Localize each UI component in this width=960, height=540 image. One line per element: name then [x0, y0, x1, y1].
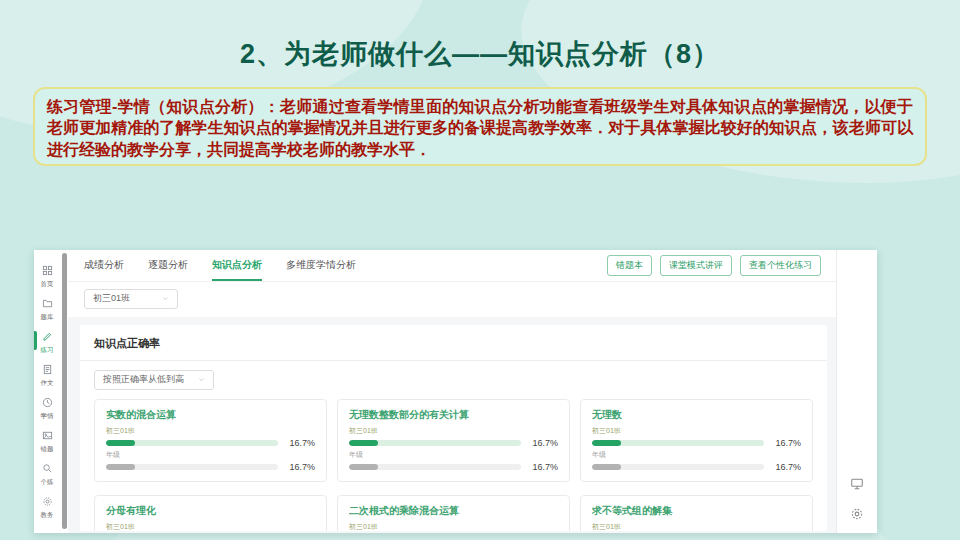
- clock-icon: [42, 394, 53, 412]
- sidebar-item-practice[interactable]: 练习: [34, 324, 60, 357]
- class-bar-label: 初三01班: [349, 522, 558, 531]
- sidebar-item-label: 首页: [41, 280, 54, 287]
- tab-multi-dimension-analysis[interactable]: 多维度学情分析: [286, 250, 356, 281]
- tab-per-question-analysis[interactable]: 逐题分析: [148, 250, 188, 281]
- class-progress-fill: [592, 440, 621, 446]
- class-bar-label: 初三01班: [592, 426, 801, 436]
- knowledge-point-title: 二次根式的乘除混合运算: [349, 504, 558, 518]
- gear-icon: [42, 493, 53, 511]
- sidebar-item-learning-status[interactable]: 学情: [34, 390, 60, 423]
- class-bar-label: 初三01班: [106, 426, 315, 436]
- class-select-value: 初三01班: [93, 292, 130, 305]
- class-percent: 16.7%: [771, 438, 801, 448]
- wrong-question-book-button[interactable]: 错题本: [607, 255, 652, 276]
- knowledge-card: 二次根式的乘除混合运算 初三01班 33.3% 年级 33.3%: [337, 495, 570, 531]
- slide-title: 2、为老师做什么——知识点分析（8）: [0, 36, 960, 72]
- chevron-down-icon: [198, 375, 205, 385]
- grade-bar-label: 年级: [349, 450, 558, 460]
- analysis-tabbar: 成绩分析 逐题分析 知识点分析 多维度学情分析 错题本 课堂模式讲评 查看个性化…: [68, 250, 837, 282]
- class-progress-track: [106, 440, 278, 446]
- grade-bar-label: 年级: [592, 450, 801, 460]
- view-personalized-practice-button[interactable]: 查看个性化练习: [740, 255, 821, 276]
- knowledge-point-title: 实数的混合运算: [106, 408, 315, 422]
- class-percent: 16.7%: [528, 438, 558, 448]
- grade-progress-track: [106, 464, 278, 470]
- class-percent: 16.7%: [285, 438, 315, 448]
- sidebar-item-home[interactable]: 首页: [34, 258, 60, 291]
- grade-progress-fill: [592, 464, 621, 470]
- grid-icon: [42, 262, 53, 280]
- grade-progress-track: [592, 464, 764, 470]
- description-text: 练习管理-学情（知识点分析）：老师通过查看学情里面的知识点分析功能查看班级学生对…: [47, 96, 913, 160]
- knowledge-card: 分母有理化 初三01班 25% 年级 25%: [94, 495, 327, 531]
- tab-knowledge-point-analysis[interactable]: 知识点分析: [212, 250, 262, 281]
- screencast-monitor-icon[interactable]: [850, 477, 864, 495]
- sidebar-item-label: 作文: [41, 379, 54, 386]
- knowledge-card: 求不等式组的解集 初三01班 50% 年级 50%: [580, 495, 813, 531]
- grade-progress-fill: [106, 464, 135, 470]
- pencil-icon: [42, 328, 53, 346]
- knowledge-point-title: 求不等式组的解集: [592, 504, 801, 518]
- knowledge-card: 无理数 初三01班 16.7% 年级 16.7%: [580, 399, 813, 482]
- divider: [80, 360, 827, 361]
- right-utility-strip: [836, 250, 877, 533]
- class-progress-track: [349, 440, 521, 446]
- sidebar-item-personal-practice[interactable]: 个练: [34, 456, 60, 489]
- sidebar-item-question-bank[interactable]: 题库: [34, 291, 60, 324]
- sidebar-item-label: 题库: [41, 313, 54, 320]
- sidebar-item-label: 个练: [41, 478, 54, 485]
- grade-bar-label: 年级: [106, 450, 315, 460]
- knowledge-cards-grid: 实数的混合运算 初三01班 16.7% 年级 16.7% 无理数整数部分的有关计…: [94, 399, 813, 531]
- sidebar-item-label: 练习: [41, 346, 54, 353]
- filter-row: 初三01班: [68, 282, 837, 317]
- sort-select-value: 按照正确率从低到高: [103, 373, 184, 386]
- knowledge-accuracy-panel: 知识点正确率 按照正确率从低到高 实数的混合运算 初三01班 16.7% 年级 …: [80, 325, 827, 531]
- class-select[interactable]: 初三01班: [84, 289, 178, 309]
- class-bar-label: 初三01班: [349, 426, 558, 436]
- grade-percent: 16.7%: [285, 462, 315, 472]
- floating-utility-icons: [837, 477, 877, 525]
- classroom-mode-review-button[interactable]: 课堂模式讲评: [660, 255, 732, 276]
- class-progress-fill: [349, 440, 378, 446]
- panel-title: 知识点正确率: [80, 325, 827, 360]
- description-box: 练习管理-学情（知识点分析）：老师通过查看学情里面的知识点分析功能查看班级学生对…: [33, 87, 927, 166]
- class-progress-fill: [106, 440, 135, 446]
- chevron-down-icon: [162, 294, 169, 304]
- sort-select[interactable]: 按照正确率从低到高: [94, 370, 214, 390]
- image-icon: [42, 427, 53, 445]
- sidebar-item-label: 学情: [41, 412, 54, 419]
- class-progress-track: [592, 440, 764, 446]
- knowledge-point-title: 无理数整数部分的有关计算: [349, 408, 558, 422]
- grade-progress-fill: [349, 464, 378, 470]
- toolbar-actions: 错题本 课堂模式讲评 查看个性化练习: [607, 255, 821, 276]
- presentation-slide: 2、为老师做什么——知识点分析（8） 练习管理-学情（知识点分析）：老师通过查看…: [0, 0, 960, 540]
- main-content: 成绩分析 逐题分析 知识点分析 多维度学情分析 错题本 课堂模式讲评 查看个性化…: [68, 250, 837, 533]
- settings-gear-icon[interactable]: [850, 507, 864, 525]
- class-bar-label: 初三01班: [592, 522, 801, 531]
- knowledge-point-title: 无理数: [592, 408, 801, 422]
- sidebar-item-label: 错题: [41, 445, 54, 452]
- knowledge-card: 实数的混合运算 初三01班 16.7% 年级 16.7%: [94, 399, 327, 482]
- search-icon: [42, 460, 53, 478]
- class-bar-label: 初三01班: [106, 522, 315, 531]
- tabs: 成绩分析 逐题分析 知识点分析 多维度学情分析: [84, 250, 356, 281]
- sidebar: 首页 题库 练习 作文 学情 错题: [34, 250, 60, 533]
- document-icon: [42, 361, 53, 379]
- app-screenshot: 首页 题库 练习 作文 学情 错题: [34, 250, 877, 533]
- scrollbar-thumb[interactable]: [62, 253, 67, 529]
- grade-percent: 16.7%: [528, 462, 558, 472]
- sidebar-item-wrong-questions[interactable]: 错题: [34, 423, 60, 456]
- knowledge-point-title: 分母有理化: [106, 504, 315, 518]
- sidebar-item-essay[interactable]: 作文: [34, 357, 60, 390]
- tab-score-analysis[interactable]: 成绩分析: [84, 250, 124, 281]
- sidebar-item-academic-affairs[interactable]: 教务: [34, 489, 60, 522]
- grade-progress-track: [349, 464, 521, 470]
- sidebar-item-label: 教务: [41, 511, 54, 518]
- grade-percent: 16.7%: [771, 462, 801, 472]
- folder-icon: [42, 295, 53, 313]
- knowledge-card: 无理数整数部分的有关计算 初三01班 16.7% 年级 16.7%: [337, 399, 570, 482]
